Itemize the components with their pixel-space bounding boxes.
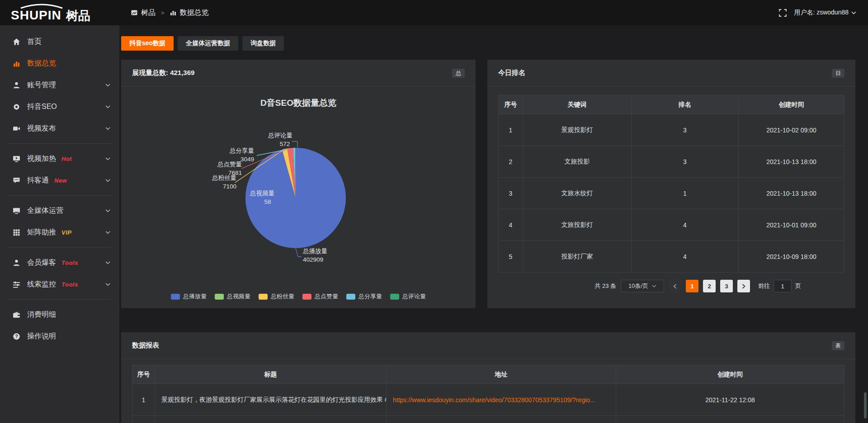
cell-index: 5 — [499, 241, 523, 273]
cell-created: 2021-10-13 18:00 — [739, 178, 844, 209]
cell-title: 景观投影灯，夜游景观投影灯厂家展示展示落花灯在花园里的灯光投影应用效果 # — [155, 384, 387, 416]
sidebar-divider — [8, 195, 111, 196]
sidebar-item-douyin-seo[interactable]: 抖音SEO — [0, 96, 119, 118]
col-header-rank: 排名 — [632, 95, 739, 114]
breadcrumb-current-icon — [170, 9, 176, 16]
scrollbar-thumb[interactable] — [864, 392, 867, 418]
legend-label: 总播放量 — [183, 292, 207, 301]
chart-panel: 展现量总数: 421,369 总 D音SEO数据量总览总播放量402909总视频… — [121, 60, 476, 308]
topbar-right: 用户名: zswodun88 — [779, 0, 856, 25]
label-line — [292, 141, 297, 147]
user-icon — [12, 259, 21, 267]
gear-icon — [12, 103, 21, 111]
report-title: 数据报表 — [132, 341, 159, 350]
wallet-icon — [12, 311, 21, 319]
ranking-panel-header: 今日排名 日 — [487, 60, 855, 87]
legend-item[interactable]: 总评论量 — [390, 292, 426, 301]
pie-label-name: 总视频量 — [250, 190, 274, 197]
cell-url — [387, 416, 616, 423]
impressions-total: 展现量总数: 421,369 — [132, 69, 194, 77]
table-row: 5 投影灯厂家 4 2021-10-09 18:00 — [499, 241, 844, 273]
page-size-value: 10条/页 — [628, 282, 648, 290]
ranking-table: 序号 关键词 排名 创建时间 1 景观投影灯 3 2021-10-02 09:0… — [498, 95, 844, 273]
sidebar-item-home[interactable]: 首页 — [0, 31, 119, 52]
cell-url: https://www.iesdouyin.com/share/video/70… — [387, 384, 616, 416]
chevron-down-icon — [105, 283, 110, 286]
sidebar-item-instructions[interactable]: ? 操作说明 — [0, 325, 119, 347]
legend-item[interactable]: 总分享量 — [346, 292, 382, 301]
svg-text:?: ? — [15, 334, 18, 339]
cell-created: 2021-10-01 09:00 — [739, 209, 844, 241]
chevron-down-icon — [105, 261, 110, 264]
legend-item[interactable]: 总粉丝量 — [259, 292, 294, 301]
monitor-play-icon — [12, 155, 21, 163]
cell-created: 2021-10-09 18:00 — [739, 241, 844, 273]
sidebar-item-lead-monitor[interactable]: 线索监控 Tools — [0, 273, 119, 295]
report-panel-header: 数据报表 表 — [121, 332, 855, 359]
goto-label: 前往 — [758, 282, 770, 290]
chevron-down-icon — [105, 84, 110, 87]
pie-label-value: 402909 — [303, 256, 323, 263]
legend-item[interactable]: 总视频量 — [215, 292, 250, 301]
cell-index: 2 — [499, 146, 523, 178]
sidebar-item-video-heat[interactable]: 视频加热 Hot — [0, 148, 119, 169]
sidebar-item-douketong[interactable]: 抖客通 New — [0, 169, 119, 191]
goto-page-input[interactable] — [774, 280, 792, 292]
pie-label-value: 3049 — [241, 156, 254, 163]
grid-icon — [12, 229, 21, 236]
total-badge-button[interactable]: 总 — [452, 69, 465, 78]
sidebar-divider — [8, 143, 111, 144]
sidebar-divider — [8, 299, 111, 300]
sidebar-item-label: 视频加热 — [27, 154, 56, 164]
sidebar-item-consumption[interactable]: 消费明细 — [0, 304, 119, 325]
sidebar: 首页 数据总览 账号管理 抖音SEO 视频发布 视频加热 Hot — [0, 25, 119, 423]
sidebar-item-video-publish[interactable]: 视频发布 — [0, 118, 119, 139]
breadcrumb-current[interactable]: 数据总览 — [180, 8, 209, 18]
legend-item[interactable]: 总点赞量 — [302, 292, 338, 301]
pagination-total: 共 23 条 — [594, 282, 616, 290]
breadcrumb-separator: > — [161, 9, 165, 16]
sidebar-item-omnimedia[interactable]: 全媒体运营 — [0, 200, 119, 221]
table-row: 1 景观投影灯，夜游景观投影灯厂家展示展示落花灯在花园里的灯光投影应用效果 # … — [132, 384, 844, 416]
breadcrumb-root[interactable]: 树品 — [141, 8, 156, 18]
question-circle-icon: ? — [12, 333, 21, 340]
tools-badge: Tools — [61, 281, 78, 288]
table-row: 3 文旅水纹灯 1 2021-10-13 18:00 — [499, 178, 844, 209]
page-button-3[interactable]: 3 — [720, 280, 733, 292]
tab-douyin-seo[interactable]: 抖音seo数据 — [121, 36, 174, 51]
legend-label: 总视频量 — [227, 292, 250, 301]
cell-created: 2021-10-13 18:00 — [739, 146, 844, 178]
table-badge-button[interactable]: 表 — [832, 341, 844, 350]
fullscreen-icon[interactable] — [779, 9, 787, 17]
sidebar-item-account[interactable]: 账号管理 — [0, 74, 119, 96]
page-size-select[interactable]: 10条/页 — [621, 280, 664, 292]
legend-item[interactable]: 总播放量 — [171, 292, 207, 301]
pie-label-value: 7681 — [228, 169, 242, 176]
legend-label: 总分享量 — [359, 292, 382, 301]
sidebar-item-matrix-boost[interactable]: 矩阵助推 VIP — [0, 221, 119, 243]
page-button-1[interactable]: 1 — [686, 280, 698, 292]
monitor-icon — [12, 207, 21, 215]
tab-inquiry-data[interactable]: 询盘数据 — [242, 36, 284, 51]
sidebar-item-member-baoke[interactable]: 会员爆客 Tools — [0, 252, 119, 273]
next-page-button[interactable] — [737, 280, 750, 292]
col-header-title: 标题 — [155, 365, 387, 384]
chart-panel-header: 展现量总数: 421,369 总 — [121, 60, 476, 87]
chevron-down-icon — [105, 105, 110, 108]
day-badge-button[interactable]: 日 — [832, 69, 844, 78]
page-button-2[interactable]: 2 — [703, 280, 716, 292]
tab-omnimedia-data[interactable]: 全媒体运营数据 — [178, 36, 238, 51]
user-menu[interactable]: 用户名: zswodun88 — [794, 9, 856, 17]
cell-keyword: 文旅投影灯 — [523, 209, 632, 241]
prev-page-button[interactable] — [669, 280, 681, 292]
pie-label-value: 58 — [264, 198, 271, 205]
sidebar-item-label: 抖客通 — [27, 176, 49, 185]
sidebar-item-data-overview[interactable]: 数据总览 — [0, 52, 119, 74]
ranking-panel: 今日排名 日 序号 关键词 排名 创建时间 — [487, 60, 855, 308]
video-link[interactable]: https://www.iesdouyin.com/share/video/70… — [393, 396, 595, 404]
legend-label: 总粉丝量 — [271, 292, 294, 301]
pie-label-value: 7100 — [223, 183, 236, 190]
chevron-right-icon — [742, 284, 745, 289]
cell-keyword: 投影灯厂家 — [523, 241, 632, 273]
sidebar-item-label: 消费明细 — [27, 310, 56, 320]
